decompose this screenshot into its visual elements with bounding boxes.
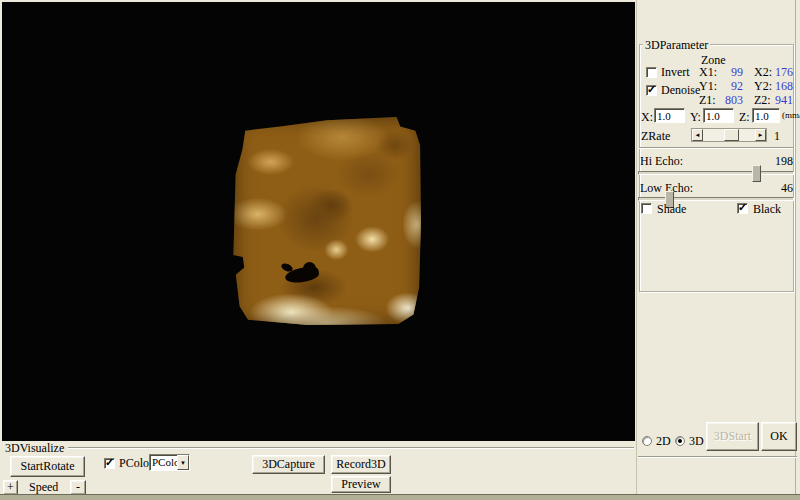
- 3d-ultrasound-render: [233, 116, 421, 325]
- render-dark-hole: [303, 262, 316, 275]
- denoise-checkbox[interactable]: ✓: [646, 85, 657, 96]
- start-rotate-button[interactable]: StartRotate: [10, 456, 85, 477]
- scale-unit-label: (mm/p): [782, 110, 800, 120]
- record3d-button[interactable]: Record3D: [331, 455, 391, 474]
- mode-3d-radio[interactable]: [675, 436, 685, 446]
- zone-y2-value: 168: [771, 79, 793, 94]
- invert-label: Invert: [661, 65, 690, 80]
- mode-3d-label: 3D: [689, 434, 704, 449]
- check-icon: ✓: [647, 83, 656, 96]
- black-label: Black: [753, 202, 781, 217]
- 3dvisualize-group-label: 3DVisualize: [5, 441, 64, 456]
- 3dparameter-group-label: 3DParameter: [643, 38, 710, 53]
- black-checkbox[interactable]: ✓: [737, 203, 748, 214]
- pcolor-dropdown[interactable]: PColor ▼: [149, 454, 190, 471]
- low-echo-value: 46: [757, 181, 793, 196]
- mode-2d-label: 2D: [656, 434, 671, 449]
- zone-y1-value: 92: [717, 79, 743, 94]
- hi-echo-slider[interactable]: [638, 171, 794, 175]
- denoise-label: Denoise: [661, 83, 700, 98]
- panel-edge: [795, 0, 796, 494]
- check-icon: ✓: [105, 456, 114, 469]
- zrate-thumb[interactable]: [724, 129, 739, 141]
- zone-y2-label: Y2:: [754, 79, 772, 94]
- hi-echo-value: 198: [757, 154, 793, 169]
- zone-x2-value: 176: [771, 65, 793, 80]
- x-scale-input[interactable]: [654, 108, 685, 123]
- zrate-scrollbar[interactable]: ◄ ►: [691, 128, 767, 142]
- y-scale-input[interactable]: [703, 108, 734, 123]
- zone-z2-value: 941: [771, 93, 793, 108]
- speed-label: Speed: [29, 480, 58, 495]
- 3dstart-button[interactable]: 3DStart: [706, 422, 759, 451]
- mode-2d-radio[interactable]: [642, 436, 652, 446]
- low-echo-slider[interactable]: [638, 197, 794, 201]
- zrate-right-arrow[interactable]: ►: [755, 129, 766, 141]
- ok-button[interactable]: OK: [761, 422, 797, 451]
- zone-z2-label: Z2:: [754, 93, 771, 108]
- x-scale-label: X:: [641, 110, 653, 125]
- radio-dot-icon: [678, 439, 682, 443]
- speed-minus-button[interactable]: -: [70, 480, 86, 495]
- zone-z1-value: 803: [717, 93, 743, 108]
- visualize-panel: 3DVisualize StartRotate + Speed - ✓ PCol…: [0, 441, 636, 494]
- 3dcapture-button[interactable]: 3DCapture: [252, 455, 325, 474]
- chevron-down-icon: ▼: [180, 460, 186, 466]
- zone-x1-label: X1:: [699, 65, 717, 80]
- right-arrow-icon: ►: [758, 132, 764, 138]
- z-scale-input[interactable]: [752, 108, 780, 123]
- zone-z1-label: Z1:: [699, 93, 716, 108]
- hi-echo-label: Hi Echo:: [640, 154, 683, 169]
- parameter-panel: 3DParameter ✓ Invert ✓ Denoise Zone X1: …: [636, 0, 798, 494]
- zrate-value: 1: [774, 129, 780, 144]
- zrate-label: ZRate: [641, 129, 670, 144]
- hi-echo-thumb[interactable]: [752, 165, 761, 182]
- zone-x2-label: X2:: [754, 65, 772, 80]
- divider: [639, 147, 793, 149]
- preview-button[interactable]: Preview: [331, 476, 391, 493]
- groupbox-top-line: [68, 447, 634, 449]
- pcolor-label: PColor: [119, 456, 153, 471]
- speed-plus-button[interactable]: +: [3, 480, 18, 495]
- zrate-left-arrow[interactable]: ◄: [692, 129, 703, 141]
- app-window: 3DParameter ✓ Invert ✓ Denoise Zone X1: …: [0, 0, 800, 500]
- z-scale-label: Z:: [739, 110, 750, 125]
- pcolor-checkbox[interactable]: ✓: [104, 458, 115, 469]
- zone-x1-value: 99: [717, 65, 743, 80]
- left-arrow-icon: ◄: [695, 132, 701, 138]
- divider: [638, 456, 797, 458]
- 3d-viewport[interactable]: [2, 2, 635, 441]
- shade-checkbox[interactable]: ✓: [641, 203, 652, 214]
- zone-y1-label: Y1:: [699, 79, 717, 94]
- check-icon: ✓: [738, 201, 747, 214]
- window-bottom-edge: [0, 494, 800, 500]
- invert-checkbox[interactable]: ✓: [646, 67, 657, 78]
- y-scale-label: Y:: [690, 110, 701, 125]
- dropdown-arrow-button[interactable]: ▼: [177, 455, 189, 470]
- shade-label: Shade: [657, 202, 686, 217]
